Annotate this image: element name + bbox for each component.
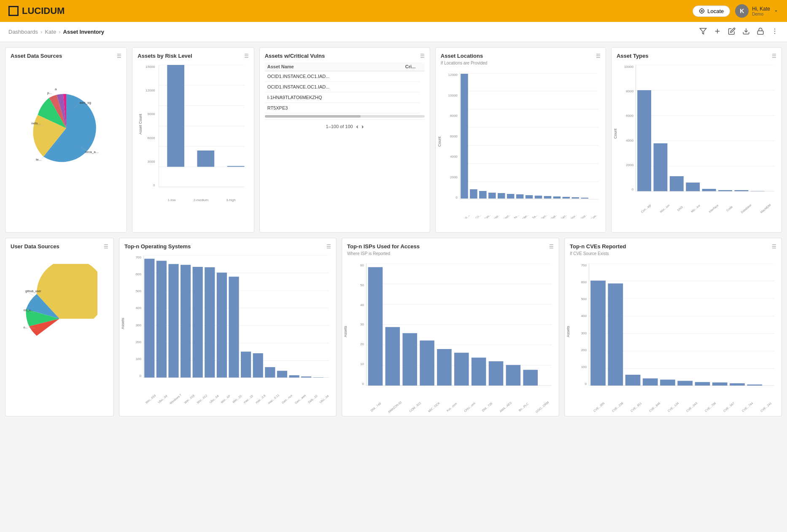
pie-chart-user-data: github_user oci_u... o...: [22, 264, 97, 373]
card-title-cves: Top-n CVEs Reported: [570, 243, 626, 250]
card-menu-vulns[interactable]: ☰: [420, 53, 425, 59]
download-icon[interactable]: [742, 27, 750, 37]
svg-rect-48: [516, 194, 524, 199]
breadcrumb-kate[interactable]: Kate: [45, 29, 56, 35]
next-page-btn[interactable]: ›: [361, 123, 364, 130]
y-axis-os: Assets: [121, 318, 125, 329]
y-labels-os: 700 600 500 400 300 200 100 0: [124, 255, 143, 378]
card-asset-types: Asset Types ☰: [611, 47, 782, 233]
dashboard-row2: User Data Sources ☰ github_user oci_u...: [5, 238, 782, 416]
table-row[interactable]: RT5XPE3: [265, 103, 425, 113]
logo-text: LUCIDUM: [22, 5, 65, 16]
svg-text:o...: o...: [24, 325, 28, 329]
card-menu-isps[interactable]: ☰: [549, 244, 554, 250]
asset-name-3: I-1HNA9TLATO6MEKZHQ: [265, 92, 403, 103]
svg-text:a: a: [55, 87, 57, 91]
bar-chart-risk: 15000 12000 9000 6000 3000 0 Asset Count…: [137, 61, 248, 204]
lock-icon[interactable]: [757, 27, 764, 37]
cri-2: [403, 82, 420, 92]
prev-page-btn[interactable]: ‹: [356, 123, 358, 130]
svg-rect-97: [277, 371, 287, 378]
card-menu-user-data[interactable]: ☰: [104, 244, 108, 250]
bar-chart-cves: 700 600 500 400 300 200 100 0 Assets CVE…: [570, 259, 776, 411]
card-subtitle-locations: If Locations are Provided: [441, 61, 601, 65]
table-row[interactable]: I-1HNA9TLATO6MEKZHQ: [265, 92, 425, 103]
svg-rect-132: [660, 380, 675, 386]
locations-svg: [460, 73, 598, 199]
svg-rect-98: [289, 375, 299, 378]
card-menu-locations[interactable]: ☰: [596, 53, 601, 59]
svg-rect-109: [368, 267, 383, 386]
risk-svg: [159, 65, 244, 187]
svg-rect-91: [205, 267, 215, 378]
svg-rect-114: [454, 353, 469, 386]
edit-icon[interactable]: [728, 27, 736, 37]
locate-label: Locate: [707, 8, 724, 14]
card-vulns: Assets w/Critical Vulns ☰ Asset Name Cri…: [259, 47, 430, 233]
svg-rect-93: [229, 277, 239, 378]
filter-icon[interactable]: [699, 27, 707, 37]
svg-rect-44: [479, 191, 487, 199]
svg-rect-43: [470, 189, 477, 199]
svg-rect-31: [197, 150, 215, 167]
x-labels-locations: Cal...nia Cri... Kas... Hel... Han... As…: [460, 215, 598, 218]
breadcrumb-sep2: ›: [59, 29, 60, 35]
card-title-types: Asset Types: [617, 53, 649, 59]
svg-rect-133: [677, 381, 693, 386]
asset-name-4: RT5XPE3: [265, 103, 403, 113]
table-row[interactable]: OCID1.INSTANCE.OC1.IAD...: [265, 71, 425, 82]
svg-rect-10: [757, 31, 763, 34]
svg-text:oci_u...: oci_u...: [24, 308, 33, 312]
svg-rect-96: [265, 367, 275, 378]
svg-point-1: [700, 9, 704, 13]
y-axis-risk: Asset Count: [138, 114, 143, 134]
asset-name-1: OCID1.INSTANCE.OC1.IAD...: [265, 71, 403, 82]
card-menu-types[interactable]: ☰: [772, 53, 776, 59]
more-icon[interactable]: [771, 27, 779, 37]
card-menu-risk[interactable]: ☰: [244, 53, 249, 59]
svg-rect-128: [590, 281, 606, 386]
svg-rect-135: [712, 382, 728, 386]
chevron-down-icon: [774, 8, 779, 13]
x-labels-types: Con...agr Wor...ion DNS Mic...ice Interf…: [636, 207, 774, 210]
y-labels-locations: 12000 10000 8000 6000 4000 2000 0: [441, 73, 459, 199]
svg-rect-112: [420, 341, 434, 386]
card-user-data: User Data Sources ☰ github_user oci_u...: [5, 238, 114, 416]
svg-rect-66: [686, 183, 700, 191]
user-menu[interactable]: K Hi, Kate Demo: [735, 4, 779, 18]
vulns-table-body: OCID1.INSTANCE.OC1.IAD... OCID1.INSTANCE…: [265, 71, 425, 113]
y-labels-isps: 60 50 40 30 20 10 0: [347, 263, 365, 386]
card-os: Top-n Operating Systems ☰: [119, 238, 337, 416]
svg-rect-118: [523, 370, 538, 386]
card-assets-risk: Assets by Risk Level ☰: [132, 47, 254, 233]
y-axis-isps: Assets: [343, 326, 348, 337]
card-asset-data-sources: Asset Data Sources ☰: [5, 47, 127, 233]
bar-chart-isps: 60 50 40 30 20 10 0 Assets DNI...749 AMA…: [347, 259, 554, 411]
user-greeting: Hi, Kate: [752, 6, 770, 12]
table-row[interactable]: OCID1.INSTANCE.OC1.IAD...: [265, 82, 425, 92]
svg-point-11: [774, 28, 775, 29]
user-info: Hi, Kate Demo: [752, 6, 770, 16]
toolbar-icons: [699, 27, 779, 37]
add-icon[interactable]: [714, 27, 721, 37]
svg-rect-67: [702, 189, 716, 191]
col-asset-name: Asset Name: [265, 62, 403, 71]
svg-rect-90: [193, 267, 203, 378]
table-pagination: 1–100 of 100 ‹ ›: [265, 119, 425, 133]
breadcrumb-dashboards[interactable]: Dashboards: [8, 29, 38, 35]
svg-rect-32: [227, 166, 245, 167]
svg-rect-49: [526, 195, 533, 199]
svg-rect-92: [217, 273, 227, 378]
card-menu-os[interactable]: ☰: [326, 244, 331, 250]
svg-rect-116: [489, 361, 504, 386]
dashboard-row1: Asset Data Sources ☰: [5, 47, 782, 233]
y-axis-cves: Assets: [566, 326, 570, 337]
svg-rect-52: [553, 196, 561, 199]
svg-rect-30: [167, 65, 185, 167]
svg-rect-88: [168, 264, 178, 378]
card-menu-cves[interactable]: ☰: [772, 244, 776, 250]
table-scrollbar[interactable]: [265, 115, 425, 118]
card-menu-asset-data[interactable]: ☰: [117, 53, 121, 59]
locate-button[interactable]: Locate: [693, 5, 730, 17]
scrollbar-thumb: [265, 115, 361, 118]
